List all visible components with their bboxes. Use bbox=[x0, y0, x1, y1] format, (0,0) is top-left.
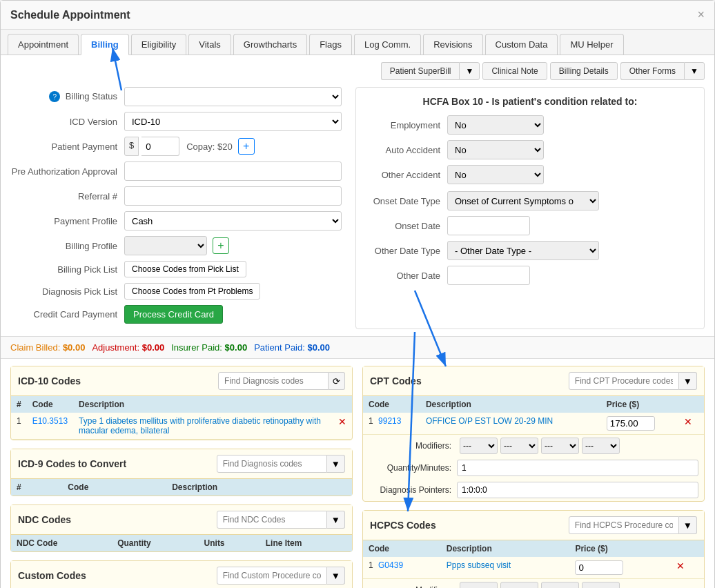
custom-codes-header: Custom Codes ▼ bbox=[11, 561, 352, 588]
tab-vitals[interactable]: Vitals bbox=[188, 34, 231, 55]
hcpcs-row-code[interactable]: G0439 bbox=[378, 560, 403, 570]
cpt-modifier-4[interactable]: --- bbox=[582, 438, 620, 454]
cpt-header: CPT Codes ▼ bbox=[363, 366, 704, 396]
billing-profile-select[interactable] bbox=[124, 236, 207, 255]
tab-billing[interactable]: Billing bbox=[81, 34, 129, 55]
billing-picklist-row: Billing Pick List Choose Codes from Pick… bbox=[10, 261, 342, 277]
hcpcs-modifiers-label: Modifiers: bbox=[369, 585, 451, 588]
superbill-dropdown[interactable]: ▼ bbox=[459, 62, 480, 80]
ndc-find-btn[interactable]: ▼ bbox=[327, 511, 345, 529]
icd-version-select[interactable]: ICD-10 bbox=[124, 112, 342, 131]
referral-input[interactable] bbox=[124, 186, 342, 206]
icd10-row-num: 1 bbox=[11, 413, 27, 440]
other-accident-select[interactable]: No bbox=[447, 165, 544, 184]
icd9-table: # Code Description bbox=[11, 479, 352, 496]
icd9-find-wrap: ▼ bbox=[217, 455, 345, 473]
other-date-input[interactable] bbox=[447, 266, 530, 285]
cpt-find-input[interactable] bbox=[569, 372, 679, 390]
icd10-find-btn[interactable]: ⟳ bbox=[329, 372, 345, 390]
icd9-find-btn[interactable]: ▼ bbox=[327, 455, 345, 473]
tab-custom-data[interactable]: Custom Data bbox=[485, 34, 558, 55]
cpt-row-price[interactable] bbox=[607, 416, 655, 431]
cpt-find-btn[interactable]: ▼ bbox=[679, 372, 697, 390]
cpt-col-price: Price ($) bbox=[601, 396, 678, 413]
hcpcs-delete-btn[interactable]: ✕ bbox=[676, 560, 685, 571]
billing-form: ? Billing Status ICD Version ICD-10 bbox=[10, 87, 705, 329]
codes-area: ICD-10 Codes ⟳ # Code Description bbox=[1, 359, 714, 588]
ndc-header: NDC Codes ▼ bbox=[11, 505, 352, 535]
employment-select[interactable]: No bbox=[447, 115, 544, 135]
close-button[interactable]: × bbox=[697, 8, 705, 22]
cpt-row-code[interactable]: 99213 bbox=[378, 416, 401, 426]
superbill-button[interactable]: Patient SuperBill bbox=[381, 62, 460, 80]
other-date-row: Other Date bbox=[364, 266, 696, 285]
pre-auth-input[interactable] bbox=[124, 161, 342, 181]
hcpcs-header: HCPCS Codes ▼ bbox=[363, 511, 704, 540]
billing-picklist-button[interactable]: Choose Codes from Pick List bbox=[124, 261, 246, 277]
tab-flags[interactable]: Flags bbox=[309, 34, 352, 55]
modal-title: Schedule Appointment bbox=[10, 9, 130, 21]
icd10-delete-btn[interactable]: ✕ bbox=[338, 416, 346, 427]
pre-auth-label: Pre Authorization Approval bbox=[10, 166, 124, 177]
cpt-qty-row: Quantity/Minutes: bbox=[363, 457, 704, 479]
onset-date-input[interactable] bbox=[447, 216, 530, 235]
hcpcs-section: HCPCS Codes ▼ Code Description Price ($) bbox=[362, 510, 705, 588]
icd-version-label: ICD Version bbox=[10, 117, 124, 127]
cpt-modifier-3[interactable]: --- bbox=[541, 438, 579, 454]
other-date-type-select[interactable]: - Other Date Type - bbox=[447, 241, 599, 260]
other-forms-dropdown[interactable]: ▼ bbox=[684, 62, 705, 80]
tab-eligibility[interactable]: Eligibility bbox=[131, 34, 187, 55]
payment-plus-button[interactable]: + bbox=[238, 138, 255, 155]
payment-profile-select[interactable]: Cash bbox=[124, 211, 342, 231]
billing-profile-add-button[interactable]: + bbox=[213, 237, 229, 254]
ndc-section: NDC Codes ▼ NDC Code Quantity Units bbox=[10, 504, 353, 552]
icd10-col-code: Code bbox=[27, 396, 73, 413]
icd9-col-code: Code bbox=[62, 479, 166, 496]
patient-paid-summary: Patient Paid: $0.00 bbox=[254, 342, 330, 353]
cpt-modifier-1[interactable]: --- bbox=[460, 438, 498, 454]
other-forms-button[interactable]: Other Forms bbox=[620, 62, 684, 80]
patient-payment-input[interactable] bbox=[141, 137, 179, 156]
custom-codes-find-input[interactable] bbox=[217, 567, 327, 585]
cpt-delete-btn[interactable]: ✕ bbox=[684, 416, 692, 427]
onset-date-type-select[interactable]: Onset of Current Symptoms o bbox=[447, 191, 599, 210]
billing-status-label: ? Billing Status bbox=[10, 91, 124, 103]
cpt-find-wrap: ▼ bbox=[569, 372, 697, 390]
billing-profile-row: Billing Profile + bbox=[10, 236, 342, 255]
cpt-qty-input[interactable] bbox=[457, 460, 698, 476]
hcpcs-row-price[interactable] bbox=[575, 560, 623, 575]
icd10-find-input[interactable] bbox=[218, 372, 329, 390]
cpt-diag-input[interactable] bbox=[457, 482, 698, 498]
custom-codes-find-btn[interactable]: ▼ bbox=[327, 567, 345, 585]
ndc-col-lineitem: Line Item bbox=[260, 535, 352, 551]
hcpcs-modifier-4[interactable]: --- bbox=[582, 582, 620, 588]
cpt-modifiers-label: Modifiers: bbox=[369, 441, 451, 451]
ndc-find-input[interactable] bbox=[217, 511, 327, 529]
tab-appointment[interactable]: Appointment bbox=[8, 34, 79, 55]
credit-card-button[interactable]: Process Credit Card bbox=[124, 305, 223, 324]
auto-accident-select[interactable]: No bbox=[447, 140, 544, 159]
employment-row: Employment No bbox=[364, 115, 696, 135]
icd10-title: ICD-10 Codes bbox=[18, 375, 81, 386]
billing-status-select[interactable] bbox=[124, 87, 342, 106]
ndc-find-wrap: ▼ bbox=[217, 511, 345, 529]
hcpcs-modifier-2[interactable]: --- bbox=[500, 582, 538, 588]
tab-growthcharts[interactable]: Growthcharts bbox=[233, 34, 307, 55]
billing-details-button[interactable]: Billing Details bbox=[550, 62, 618, 80]
hcpcs-modifier-3[interactable]: --- bbox=[541, 582, 579, 588]
tab-log-comm[interactable]: Log Comm. bbox=[354, 34, 421, 55]
hcpcs-find-input[interactable] bbox=[569, 516, 679, 534]
tab-mu-helper[interactable]: MU Helper bbox=[560, 34, 623, 55]
adjustment-summary: Adjustment: $0.00 bbox=[92, 342, 164, 353]
clinical-note-button[interactable]: Clinical Note bbox=[482, 62, 547, 80]
icd10-row-code[interactable]: E10.3513 bbox=[32, 416, 68, 426]
hcpcs-modifier-1[interactable]: --- bbox=[460, 582, 498, 588]
hcpcs-col-code: Code bbox=[363, 540, 441, 557]
tab-revisions[interactable]: Revisions bbox=[423, 34, 482, 55]
cpt-modifier-2[interactable]: --- bbox=[500, 438, 538, 454]
hcpcs-find-btn[interactable]: ▼ bbox=[679, 516, 697, 534]
icd9-title: ICD-9 Codes to Convert bbox=[18, 458, 126, 469]
patient-paid-label: Patient Paid: bbox=[254, 342, 305, 353]
icd9-find-input[interactable] bbox=[217, 455, 327, 473]
diagnosis-picklist-button[interactable]: Choose Codes from Pt Problems bbox=[124, 283, 260, 300]
